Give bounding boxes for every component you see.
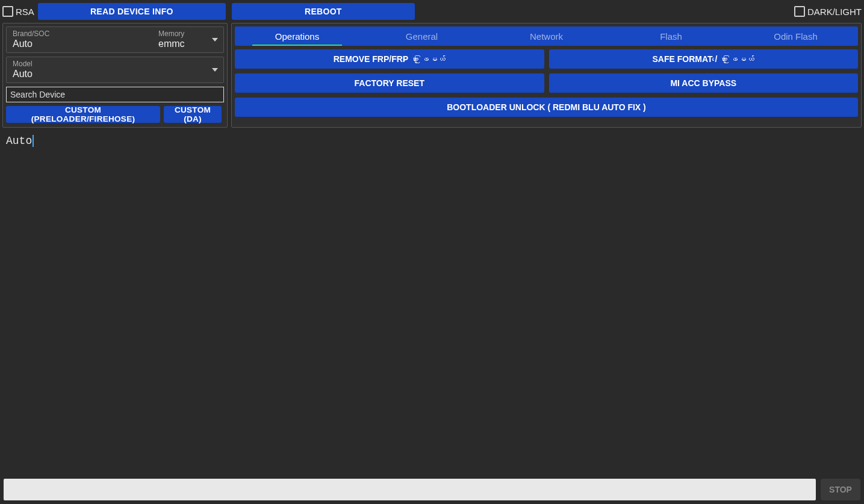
rsa-checkbox[interactable]: RSA xyxy=(2,6,34,17)
progress-bar xyxy=(4,479,816,500)
remove-frp-sub: သော့ ဖြေမယ် xyxy=(411,55,446,64)
tab-flash[interactable]: Flash xyxy=(609,26,733,46)
rsa-label: RSA xyxy=(16,7,34,17)
device-sidebar: Brand/SOC Auto Memory emmc Model Auto xyxy=(2,23,228,128)
app-root: RSA READ DEVICE INFO REBOOT DARK/LIGHT B… xyxy=(0,0,864,504)
brand-soc-value: Auto xyxy=(13,39,146,49)
mi-acc-bypass-label: MI ACC BYPASS xyxy=(670,78,736,88)
tab-network[interactable]: Network xyxy=(484,26,609,46)
tab-operations[interactable]: Operations xyxy=(235,26,359,46)
tab-label: Operations xyxy=(275,31,319,42)
bootloader-unlock-label: BOOTLOADER UNLOCK ( REDMI BLU AUTO FIX ) xyxy=(447,102,646,112)
stop-button[interactable]: STOP xyxy=(821,479,860,500)
memory-value: emmc xyxy=(158,39,185,49)
tab-strip: Operations General Network Flash Odin Fl… xyxy=(235,26,858,46)
main-row: Brand/SOC Auto Memory emmc Model Auto xyxy=(2,23,862,128)
checkbox-icon xyxy=(2,6,13,17)
operations-panel: Operations General Network Flash Odin Fl… xyxy=(231,23,862,128)
brand-soc-field[interactable]: Brand/SOC Auto xyxy=(7,27,152,52)
tab-label: Network xyxy=(530,31,563,42)
factory-reset-label: FACTORY RESET xyxy=(355,78,424,88)
brand-soc-label: Brand/SOC xyxy=(13,30,146,37)
mi-acc-bypass-button[interactable]: MI ACC BYPASS xyxy=(549,73,859,93)
log-console[interactable]: Auto xyxy=(2,130,862,475)
safe-format-button[interactable]: SAFE FORMAT / သော့ ဖြေမယ် xyxy=(549,49,859,69)
reboot-label: REBOOT xyxy=(305,7,342,16)
read-device-info-label: READ DEVICE INFO xyxy=(90,7,173,16)
model-select[interactable]: Model Auto xyxy=(6,57,224,83)
chevron-down-icon xyxy=(207,57,223,82)
safe-format-label: SAFE FORMAT / xyxy=(653,54,718,64)
safe-format-sub: သော့ ဖြေမယ် xyxy=(719,55,754,64)
operations-grid: REMOVE FRP/FRP သော့ ဖြေမယ် SAFE FORMAT /… xyxy=(235,49,858,117)
console-line: Auto xyxy=(6,135,32,147)
remove-frp-label: REMOVE FRP/FRP xyxy=(334,54,408,64)
memory-field[interactable]: Memory emmc xyxy=(152,27,207,52)
remove-frp-button[interactable]: REMOVE FRP/FRP သော့ ဖြေမယ် xyxy=(235,49,544,69)
dark-light-label: DARK/LIGHT xyxy=(807,7,862,17)
custom-da-label: CUSTOM (DA) xyxy=(170,105,216,123)
reboot-button[interactable]: REBOOT xyxy=(232,3,415,20)
tab-general[interactable]: General xyxy=(359,26,484,46)
tab-odin-flash[interactable]: Odin Flash xyxy=(733,26,858,46)
checkbox-icon xyxy=(794,6,805,17)
stop-label: STOP xyxy=(829,485,852,494)
bootloader-unlock-button[interactable]: BOOTLOADER UNLOCK ( REDMI BLU AUTO FIX ) xyxy=(235,98,858,117)
custom-buttons-row: CUSTOM (PRELOADER/FIREHOSE) CUSTOM (DA) xyxy=(6,106,224,123)
factory-reset-button[interactable]: FACTORY RESET xyxy=(235,73,544,93)
read-device-info-button[interactable]: READ DEVICE INFO xyxy=(38,3,226,20)
custom-da-button[interactable]: CUSTOM (DA) xyxy=(164,106,222,123)
text-cursor-icon xyxy=(33,135,34,147)
custom-preloader-firehose-button[interactable]: CUSTOM (PRELOADER/FIREHOSE) xyxy=(6,106,160,123)
dark-light-checkbox[interactable]: DARK/LIGHT xyxy=(794,6,862,17)
custom-preloader-label: CUSTOM (PRELOADER/FIREHOSE) xyxy=(12,105,154,123)
model-value: Auto xyxy=(13,69,200,79)
tab-label: Odin Flash xyxy=(774,31,818,42)
search-device-input[interactable] xyxy=(6,87,224,102)
top-bar: RSA READ DEVICE INFO REBOOT DARK/LIGHT xyxy=(2,2,862,20)
model-label: Model xyxy=(13,60,200,67)
chevron-down-icon xyxy=(207,27,223,52)
tab-label: General xyxy=(406,31,438,42)
bottom-bar: STOP xyxy=(2,478,862,502)
brand-memory-select[interactable]: Brand/SOC Auto Memory emmc xyxy=(6,26,224,53)
tab-label: Flash xyxy=(660,31,682,42)
memory-label: Memory xyxy=(158,30,184,37)
model-field[interactable]: Model Auto xyxy=(7,57,207,82)
